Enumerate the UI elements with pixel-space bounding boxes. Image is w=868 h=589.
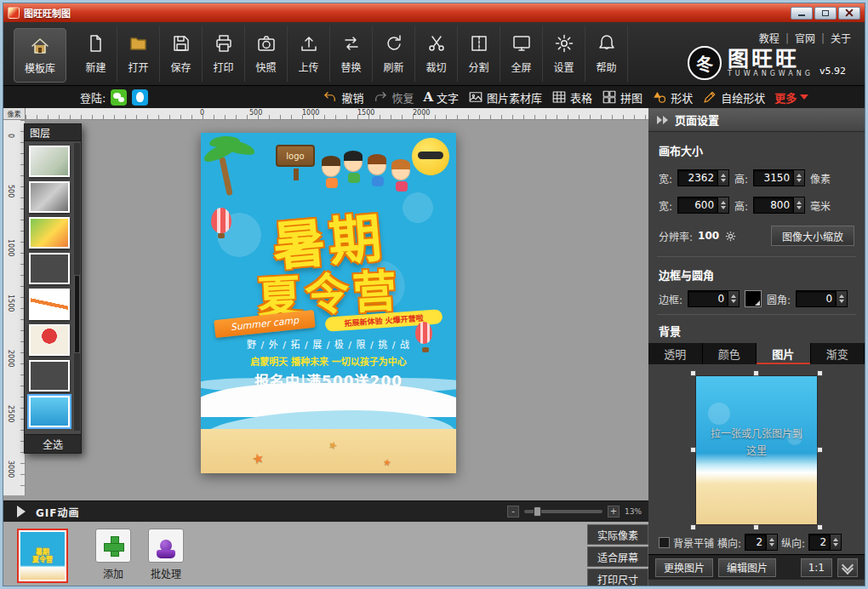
scrollbar-thumb[interactable] bbox=[74, 275, 80, 352]
resize-handle[interactable] bbox=[753, 370, 759, 376]
toolbar-help-button[interactable]: 帮助 bbox=[585, 26, 628, 82]
poster-canvas[interactable]: logo 暑期 夏令营 Summer camp 拓展新体验 火爆开营啦 野 / … bbox=[201, 133, 456, 473]
wechat-login-icon[interactable] bbox=[111, 89, 127, 106]
image-scale-button[interactable]: 图像大小缩放 bbox=[771, 226, 854, 246]
tab-transparent[interactable]: 透明 bbox=[648, 343, 703, 364]
official-site-link[interactable]: 官网 bbox=[795, 31, 815, 45]
collapse-panel-icon[interactable] bbox=[657, 116, 668, 124]
gif-animation-label[interactable]: GIF动画 bbox=[36, 505, 80, 519]
about-link[interactable]: 关于 bbox=[831, 31, 851, 45]
corner-radius-field[interactable]: 0 bbox=[796, 290, 837, 307]
material-library-button[interactable]: 图片素材库 bbox=[468, 89, 542, 106]
tutorial-link[interactable]: 教程 bbox=[759, 31, 779, 45]
background-image-preview[interactable]: 拉一张或几张图片到这里 bbox=[696, 376, 817, 524]
height-px-field[interactable]: 3150 bbox=[753, 169, 794, 186]
puzzle-tool-button[interactable]: 拼图 bbox=[602, 89, 642, 106]
layer-thumbnail[interactable] bbox=[29, 360, 70, 392]
minimize-button[interactable] bbox=[791, 7, 813, 20]
maximize-button[interactable] bbox=[814, 7, 837, 20]
toolbar-refresh-button[interactable]: 刷新 bbox=[373, 26, 415, 82]
layer-thumbnail-selected[interactable] bbox=[29, 396, 70, 427]
ruler-unit-label: 像素 bbox=[3, 108, 26, 120]
redo-button[interactable]: 恢复 bbox=[373, 89, 414, 106]
border-color-swatch[interactable] bbox=[745, 290, 762, 307]
batch-process-button[interactable]: 批处理 bbox=[141, 529, 191, 580]
print-size-button[interactable]: 打印尺寸 bbox=[587, 569, 648, 586]
resolution-value[interactable]: 100 bbox=[698, 230, 719, 242]
poster-slogan-2: 启蒙明天 播种未来 一切以孩子为中心 bbox=[201, 354, 456, 368]
add-page-button[interactable]: 添加 bbox=[89, 529, 138, 580]
page-thumbnail-selected[interactable]: 暑期 夏令营 bbox=[17, 529, 68, 583]
ruler-tick-label: 1500 bbox=[7, 294, 14, 312]
resize-handle[interactable] bbox=[690, 370, 696, 376]
layer-thumbnail[interactable] bbox=[29, 181, 70, 213]
tile-horizontal-field[interactable]: 2 bbox=[745, 534, 767, 551]
height-mm-stepper[interactable] bbox=[794, 197, 805, 214]
tab-color[interactable]: 颜色 bbox=[703, 343, 757, 364]
table-tool-button[interactable]: 表格 bbox=[551, 89, 592, 106]
width-px-stepper[interactable] bbox=[718, 169, 729, 186]
canvas-area[interactable]: 像素 0 500 1000 1500 2000 0 500 1000 1500 … bbox=[3, 108, 648, 586]
toolbar-save-button[interactable]: 保存 bbox=[160, 26, 203, 82]
resize-handle[interactable] bbox=[817, 524, 823, 530]
border-width-stepper[interactable] bbox=[728, 290, 740, 307]
tile-horizontal-stepper[interactable] bbox=[767, 534, 778, 551]
ratio-1-1-button[interactable]: 1:1 bbox=[801, 558, 832, 577]
resize-handle[interactable] bbox=[817, 447, 823, 453]
tab-gradient[interactable]: 渐变 bbox=[811, 343, 865, 364]
toolbar-crop-button[interactable]: 裁切 bbox=[415, 26, 458, 82]
play-icon[interactable] bbox=[17, 506, 26, 518]
shape-tool-button[interactable]: 形状 bbox=[652, 89, 693, 106]
qq-login-icon[interactable] bbox=[132, 89, 148, 106]
border-width-field[interactable]: 0 bbox=[688, 290, 728, 307]
resize-handle[interactable] bbox=[690, 524, 696, 530]
tab-image[interactable]: 图片 bbox=[757, 343, 811, 364]
close-button[interactable] bbox=[838, 7, 860, 20]
undo-button[interactable]: 撤销 bbox=[323, 89, 363, 106]
template-library-button[interactable]: 模板库 bbox=[14, 28, 66, 83]
corner-radius-stepper[interactable] bbox=[837, 290, 848, 307]
toolbar-new-button[interactable]: 新建 bbox=[75, 26, 117, 82]
toolbar-split-button[interactable]: 分割 bbox=[458, 26, 500, 82]
layer-thumbnail[interactable] bbox=[29, 289, 70, 320]
layer-thumbnail[interactable] bbox=[29, 324, 70, 356]
height-px-stepper[interactable] bbox=[794, 169, 805, 186]
resize-handle[interactable] bbox=[753, 524, 759, 530]
resolution-gear-icon[interactable] bbox=[724, 230, 737, 243]
zoom-slider-handle[interactable] bbox=[534, 506, 541, 517]
resize-handle[interactable] bbox=[690, 447, 696, 453]
zoom-slider[interactable] bbox=[524, 510, 602, 513]
layers-scrollbar[interactable] bbox=[74, 143, 80, 431]
zoom-out-button[interactable]: - bbox=[507, 506, 519, 518]
custom-shape-button[interactable]: 自绘形状 bbox=[702, 89, 765, 106]
layer-thumbnail[interactable] bbox=[29, 146, 70, 177]
more-button[interactable]: 更多 bbox=[774, 89, 808, 106]
zoom-in-button[interactable]: + bbox=[608, 506, 620, 518]
width-px-field[interactable]: 2362 bbox=[677, 169, 718, 186]
text-tool-button[interactable]: A 文字 bbox=[423, 89, 459, 106]
toolbar-upload-button[interactable]: 上传 bbox=[288, 26, 330, 82]
layer-thumbnail[interactable] bbox=[29, 253, 70, 284]
height-mm-field[interactable]: 800 bbox=[753, 197, 794, 214]
toolbar-snapshot-button[interactable]: 快照 bbox=[245, 26, 288, 82]
tile-vertical-field[interactable]: 2 bbox=[808, 534, 831, 551]
width-mm-stepper[interactable] bbox=[718, 197, 729, 214]
actual-pixels-button[interactable]: 实际像素 bbox=[587, 524, 648, 545]
layers-panel-title[interactable]: 图层 bbox=[25, 124, 81, 141]
toolbar-label: 打印 bbox=[213, 60, 233, 74]
select-all-button[interactable]: 全选 bbox=[25, 434, 81, 453]
resize-handle[interactable] bbox=[817, 370, 823, 376]
toolbar-open-button[interactable]: 打开 bbox=[117, 26, 160, 82]
toolbar-print-button[interactable]: 打印 bbox=[203, 26, 245, 82]
layer-thumbnail[interactable] bbox=[29, 217, 70, 249]
toolbar-fullscreen-button[interactable]: 全屏 bbox=[500, 26, 543, 82]
edit-image-button[interactable]: 编辑图片 bbox=[718, 558, 776, 577]
change-image-button[interactable]: 更换图片 bbox=[655, 558, 713, 577]
toolbar-settings-button[interactable]: 设置 bbox=[543, 26, 585, 82]
expand-more-button[interactable] bbox=[837, 558, 858, 577]
tile-checkbox[interactable] bbox=[659, 537, 670, 548]
toolbar-replace-button[interactable]: 替换 bbox=[330, 26, 373, 82]
fit-screen-button[interactable]: 适合屏幕 bbox=[587, 546, 648, 567]
tile-vertical-stepper[interactable] bbox=[831, 534, 842, 551]
width-mm-field[interactable]: 600 bbox=[677, 197, 718, 214]
